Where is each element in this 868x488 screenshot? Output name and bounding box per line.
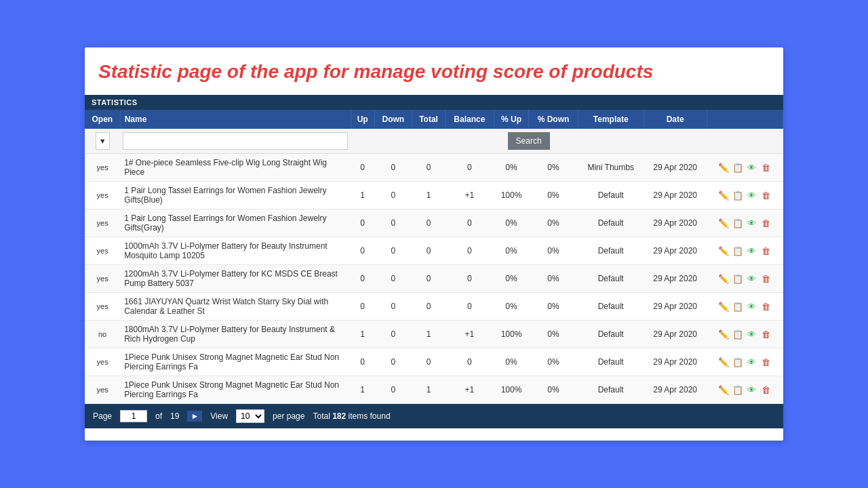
action-icons: ✏️ 📋 👁 🗑 bbox=[711, 356, 778, 368]
copy-icon[interactable]: 📋 bbox=[732, 356, 744, 368]
statistics-table: Open Name Up Down Total Balance % Up % D… bbox=[85, 110, 783, 404]
copy-icon[interactable]: 📋 bbox=[732, 245, 744, 257]
of-label: of bbox=[155, 411, 162, 421]
table-row: yes1# One-piece Seamless Five-clip Wig L… bbox=[85, 154, 783, 182]
edit-icon[interactable]: ✏️ bbox=[717, 161, 730, 174]
delete-icon[interactable]: 🗑 bbox=[760, 245, 772, 257]
section-header: STATISTICS bbox=[85, 95, 783, 110]
edit-icon[interactable]: ✏️ bbox=[717, 384, 730, 396]
copy-icon[interactable]: 📋 bbox=[732, 272, 744, 285]
action-icons: ✏️ 📋 👁 🗑 bbox=[711, 272, 778, 285]
search-button[interactable]: Search bbox=[508, 132, 550, 150]
edit-icon[interactable]: ✏️ bbox=[717, 328, 730, 340]
action-icons: ✏️ 📋 👁 🗑 bbox=[711, 384, 778, 396]
col-down: Down bbox=[374, 110, 412, 129]
delete-icon[interactable]: 🗑 bbox=[760, 328, 772, 340]
edit-icon[interactable]: ✏️ bbox=[717, 356, 730, 368]
total-count: 182 bbox=[332, 411, 346, 421]
copy-icon[interactable]: 📋 bbox=[732, 300, 744, 312]
action-icons: ✏️ 📋 👁 🗑 bbox=[711, 161, 778, 174]
copy-icon[interactable]: 📋 bbox=[732, 161, 744, 174]
page-input[interactable] bbox=[120, 410, 147, 422]
delete-icon[interactable]: 🗑 bbox=[760, 356, 772, 368]
delete-icon[interactable]: 🗑 bbox=[760, 189, 772, 201]
search-row: ▼ Search bbox=[85, 129, 783, 154]
col-pct-up: % Up bbox=[494, 110, 529, 129]
table-row: no1800mAh 3.7V Li-Polymer Battery for Be… bbox=[85, 321, 783, 348]
table-row: yes1 Pair Long Tassel Earrings for Women… bbox=[85, 182, 783, 209]
col-total: Total bbox=[412, 110, 445, 129]
view-icon[interactable]: 👁 bbox=[746, 161, 758, 174]
col-up: Up bbox=[351, 110, 374, 129]
edit-icon[interactable]: ✏️ bbox=[717, 300, 730, 312]
col-pct-down: % Down bbox=[529, 110, 578, 129]
total-pages: 19 bbox=[170, 411, 179, 421]
col-name: Name bbox=[120, 110, 351, 129]
action-icons: ✏️ 📋 👁 🗑 bbox=[711, 300, 778, 312]
copy-icon[interactable]: 📋 bbox=[732, 217, 744, 229]
total-text: Total 182 items found bbox=[313, 411, 390, 421]
edit-icon[interactable]: ✏️ bbox=[717, 189, 730, 201]
view-icon[interactable]: 👁 bbox=[746, 272, 758, 285]
table-row: yes1 Pair Long Tassel Earrings for Women… bbox=[85, 209, 783, 237]
action-icons: ✏️ 📋 👁 🗑 bbox=[711, 245, 778, 257]
col-template: Template bbox=[578, 110, 644, 129]
edit-icon[interactable]: ✏️ bbox=[717, 245, 730, 257]
view-icon[interactable]: 👁 bbox=[746, 384, 758, 396]
table-row: yes1Piece Punk Unisex Strong Magnet Magn… bbox=[85, 376, 783, 404]
footer-bar: Page of 19 ► View 10 25 50 per page Tota… bbox=[85, 404, 783, 428]
page-container: Statistic page of the app for manage vot… bbox=[0, 0, 868, 488]
search-action-cell bbox=[707, 129, 783, 154]
table-row: yes1Piece Punk Unisex Strong Magnet Magn… bbox=[85, 348, 783, 376]
view-icon[interactable]: 👁 bbox=[746, 328, 758, 340]
action-icons: ✏️ 📋 👁 🗑 bbox=[711, 189, 778, 201]
table-row: yes1200mAh 3.7V Li-Polymer Battery for K… bbox=[85, 265, 783, 293]
table-row: yes1661 JIAYUYAN Quartz Wrist Watch Star… bbox=[85, 293, 783, 321]
per-page-select[interactable]: 10 25 50 bbox=[236, 409, 264, 423]
page-label: Page bbox=[93, 411, 112, 421]
table-header-row: Open Name Up Down Total Balance % Up % D… bbox=[85, 110, 783, 129]
delete-icon[interactable]: 🗑 bbox=[760, 217, 772, 229]
delete-icon[interactable]: 🗑 bbox=[760, 300, 772, 312]
search-input-cell bbox=[120, 129, 351, 154]
action-icons: ✏️ 📋 👁 🗑 bbox=[711, 217, 778, 229]
next-page-button[interactable]: ► bbox=[187, 411, 202, 422]
action-icons: ✏️ 📋 👁 🗑 bbox=[711, 328, 778, 340]
edit-icon[interactable]: ✏️ bbox=[717, 217, 730, 229]
table-wrapper: Open Name Up Down Total Balance % Up % D… bbox=[85, 110, 783, 404]
open-dropdown[interactable]: ▼ bbox=[96, 132, 110, 150]
view-icon[interactable]: 👁 bbox=[746, 189, 758, 201]
col-date: Date bbox=[644, 110, 707, 129]
dropdown-value: ▼ bbox=[99, 137, 106, 145]
search-button-cell: Search bbox=[351, 129, 707, 154]
edit-icon[interactable]: ✏️ bbox=[717, 272, 730, 285]
per-page-label: per page bbox=[273, 411, 304, 421]
view-icon[interactable]: 👁 bbox=[746, 356, 758, 368]
copy-icon[interactable]: 📋 bbox=[732, 384, 744, 396]
view-icon[interactable]: 👁 bbox=[746, 300, 758, 312]
delete-icon[interactable]: 🗑 bbox=[760, 272, 772, 285]
delete-icon[interactable]: 🗑 bbox=[760, 384, 772, 396]
view-icon[interactable]: 👁 bbox=[746, 217, 758, 229]
view-label: View bbox=[210, 411, 228, 421]
delete-icon[interactable]: 🗑 bbox=[760, 161, 772, 174]
col-open: Open bbox=[85, 110, 120, 129]
view-icon[interactable]: 👁 bbox=[746, 245, 758, 257]
col-balance: Balance bbox=[446, 110, 494, 129]
col-actions bbox=[707, 110, 783, 129]
items-label: items found bbox=[349, 411, 391, 421]
page-title: Statistic page of the app for manage vot… bbox=[85, 47, 783, 95]
search-input[interactable] bbox=[123, 132, 348, 150]
copy-icon[interactable]: 📋 bbox=[732, 328, 744, 340]
table-row: yes1000mAh 3.7V Li-Polymer Battery for B… bbox=[85, 237, 783, 265]
table-section: STATISTICS Open Name Up Down Total Balan… bbox=[85, 95, 783, 404]
open-dropdown-cell: ▼ bbox=[85, 129, 120, 154]
main-card: Statistic page of the app for manage vot… bbox=[85, 47, 783, 441]
copy-icon[interactable]: 📋 bbox=[732, 189, 744, 201]
